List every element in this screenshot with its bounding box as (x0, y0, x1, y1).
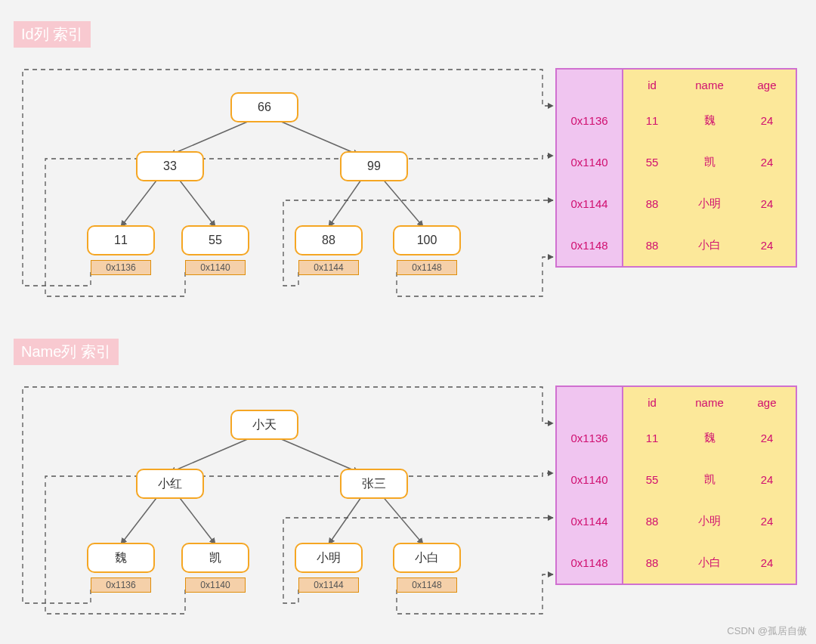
table-row: 88 小明 24 (623, 500, 796, 542)
data-column: id name age 11 魏 24 55 凯 24 88 小明 24 88 … (623, 385, 797, 585)
svg-line-11 (382, 495, 423, 544)
svg-line-3 (178, 178, 215, 227)
svg-line-1 (280, 121, 359, 155)
addr-column: 0x1136 0x1140 0x1144 0x1148 (555, 385, 623, 585)
cell-name: 小明 (681, 197, 738, 211)
tree1-rl: 88 (295, 225, 363, 255)
addr-column: 0x1136 0x1140 0x1144 0x1148 (555, 68, 623, 268)
cell-age: 24 (738, 556, 796, 569)
data-table-1: 0x1136 0x1140 0x1144 0x1148 id name age … (555, 68, 797, 268)
svg-line-10 (329, 495, 363, 544)
addr-cell: 0x1140 (557, 459, 622, 500)
cell-age: 24 (738, 432, 796, 444)
addr-cell: 0x1148 (557, 224, 622, 266)
addr-cell: 0x1148 (557, 542, 622, 584)
cell-id: 11 (623, 114, 681, 127)
cell-name: 凯 (681, 472, 738, 487)
cell-age: 24 (738, 515, 796, 528)
cell-name: 小白 (681, 238, 738, 252)
tree2-rr: 小白 (393, 543, 461, 573)
tree2-addr-lr: 0x1140 (185, 577, 246, 593)
cell-name: 小白 (681, 556, 738, 570)
tree2-addr-rr: 0x1148 (397, 577, 457, 593)
tree2-lr: 凯 (181, 543, 249, 573)
addr-cell: 0x1136 (557, 100, 622, 141)
title-name-index: Name列 索引 (14, 339, 119, 365)
svg-line-6 (170, 438, 249, 472)
title-id-index: Id列 索引 (14, 21, 91, 48)
cell-name: 魏 (681, 113, 738, 128)
data-column: id name age 11 魏 24 55 凯 24 88 小明 24 88 … (623, 68, 797, 268)
cell-id: 11 (623, 432, 681, 444)
tree2-right: 张三 (340, 469, 408, 499)
svg-line-4 (329, 178, 363, 227)
svg-line-7 (280, 438, 359, 472)
cell-age: 24 (738, 239, 796, 252)
svg-line-2 (121, 178, 159, 227)
cell-age: 24 (738, 197, 796, 210)
tree1-addr-ll: 0x1136 (91, 260, 151, 275)
tree1-right: 99 (340, 151, 408, 181)
tree1-addr-rl: 0x1144 (298, 260, 359, 275)
cell-name: 凯 (681, 155, 738, 169)
cell-name: 魏 (681, 431, 738, 445)
svg-line-8 (121, 495, 159, 544)
svg-line-0 (170, 121, 249, 155)
cell-id: 88 (623, 197, 681, 210)
tree2-left: 小红 (136, 469, 204, 499)
header-id: id (623, 396, 681, 409)
header-age: age (738, 396, 796, 409)
svg-line-9 (178, 495, 215, 544)
tree1-addr-rr: 0x1148 (397, 260, 457, 275)
tree2-addr-ll: 0x1136 (91, 577, 151, 593)
addr-cell: 0x1140 (557, 141, 622, 183)
table-row: 88 小白 24 (623, 542, 796, 584)
watermark: CSDN @孤居自傲 (727, 624, 807, 638)
header-name: name (681, 396, 738, 409)
cell-age: 24 (738, 156, 796, 169)
cell-id: 88 (623, 239, 681, 252)
tree2-addr-rl: 0x1144 (298, 577, 359, 593)
tree2-rl: 小明 (295, 543, 363, 573)
svg-line-5 (382, 178, 423, 227)
cell-id: 88 (623, 556, 681, 569)
table-row: 11 魏 24 (623, 100, 796, 141)
addr-cell: 0x1144 (557, 500, 622, 542)
table-row: 55 凯 24 (623, 141, 796, 183)
tree1-lr: 55 (181, 225, 249, 255)
tree2-ll: 魏 (87, 543, 155, 573)
header-age: age (738, 79, 796, 91)
cell-age: 24 (738, 114, 796, 127)
table-row: 88 小明 24 (623, 183, 796, 224)
tree1-rr: 100 (393, 225, 461, 255)
data-table-2: 0x1136 0x1140 0x1144 0x1148 id name age … (555, 385, 797, 585)
tree1-ll: 11 (87, 225, 155, 255)
table-row: 55 凯 24 (623, 459, 796, 500)
header-name: name (681, 79, 738, 91)
tree1-left: 33 (136, 151, 204, 181)
addr-cell: 0x1136 (557, 417, 622, 459)
tree2-root: 小天 (230, 410, 298, 440)
table-row: 11 魏 24 (623, 417, 796, 459)
table-row: 88 小白 24 (623, 224, 796, 266)
tree1-addr-lr: 0x1140 (185, 260, 246, 275)
cell-id: 55 (623, 156, 681, 169)
cell-age: 24 (738, 473, 796, 486)
cell-id: 55 (623, 473, 681, 486)
header-id: id (623, 79, 681, 91)
cell-name: 小明 (681, 514, 738, 528)
cell-id: 88 (623, 515, 681, 528)
addr-cell: 0x1144 (557, 183, 622, 224)
tree1-root: 66 (230, 92, 298, 122)
